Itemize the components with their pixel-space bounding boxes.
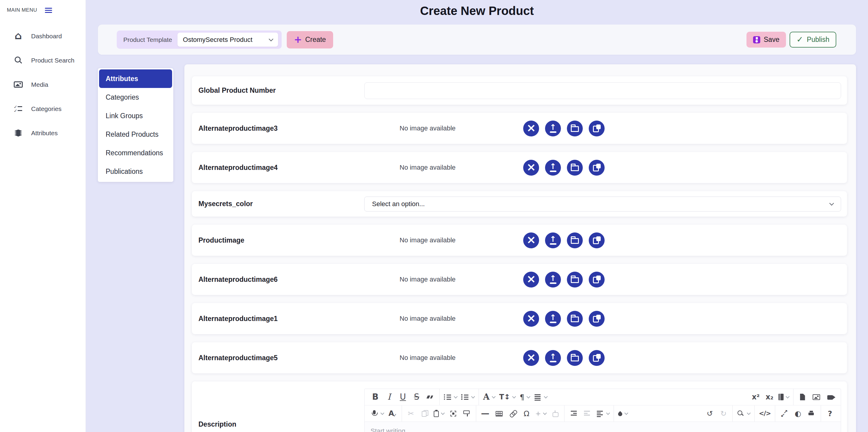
ordered-list-button[interactable] bbox=[461, 390, 474, 404]
upload-image-button[interactable] bbox=[545, 350, 561, 366]
insert-video-button[interactable] bbox=[825, 390, 835, 404]
upload-icon bbox=[550, 163, 556, 172]
horizontal-line-button[interactable]: — bbox=[480, 407, 490, 420]
toolbar-group: AT↕¶ bbox=[479, 389, 551, 405]
sidebar-item-attributes[interactable]: Attributes bbox=[0, 121, 86, 145]
insert-image-button[interactable] bbox=[811, 390, 821, 404]
image-action-buttons bbox=[523, 311, 604, 327]
underline-button[interactable]: U bbox=[398, 390, 408, 404]
save-button[interactable]: Save bbox=[746, 32, 786, 47]
clear-formatting-button[interactable] bbox=[426, 390, 435, 404]
upload-image-button[interactable] bbox=[545, 121, 561, 136]
editor-body[interactable]: Start writing... bbox=[365, 422, 841, 432]
browse-media-button[interactable] bbox=[567, 232, 583, 248]
remove-image-button[interactable] bbox=[523, 121, 539, 136]
italic-button[interactable]: I bbox=[384, 390, 394, 404]
tab-link-groups[interactable]: Link Groups bbox=[99, 106, 172, 125]
page-title: Create New Product bbox=[86, 0, 868, 18]
unordered-list-button[interactable] bbox=[444, 390, 457, 404]
publish-button[interactable]: Publish bbox=[789, 32, 836, 47]
font-size-button[interactable]: T↕ bbox=[499, 390, 516, 404]
remove-image-button[interactable] bbox=[523, 311, 539, 327]
sidebar-item-media[interactable]: Media bbox=[0, 72, 86, 97]
upload-image-button[interactable] bbox=[545, 311, 561, 327]
form-row-alternateproductimage3: Alternateproductimage3 No image availabl… bbox=[192, 113, 847, 144]
help-button[interactable]: ? bbox=[825, 407, 835, 420]
remove-image-button[interactable] bbox=[523, 350, 539, 366]
form-row-description: Description BIUSAT↕¶x²x₂ ✂—Ω↺↻</>◐? Star… bbox=[192, 381, 847, 432]
unordered-list-icon bbox=[444, 394, 452, 400]
dictate-icon bbox=[371, 410, 378, 417]
superscript-button[interactable]: x² bbox=[751, 390, 761, 404]
global-product-number-input[interactable] bbox=[364, 82, 841, 99]
tab-recommendations[interactable]: Recommendations bbox=[99, 143, 172, 162]
form-row-alternateproductimage1: Alternateproductimage1 No image availabl… bbox=[192, 303, 847, 334]
duplicate-image-button[interactable] bbox=[589, 311, 604, 327]
no-image-text: No image available bbox=[400, 164, 456, 171]
subscript-button[interactable]: x₂ bbox=[765, 390, 774, 404]
insert-file-button[interactable] bbox=[798, 390, 807, 404]
remove-image-button[interactable] bbox=[523, 232, 539, 248]
bold-button[interactable]: B bbox=[371, 390, 380, 404]
text-color-button[interactable] bbox=[618, 407, 628, 420]
remove-image-button[interactable] bbox=[523, 272, 539, 288]
font-family-button[interactable]: A bbox=[483, 390, 495, 404]
mysecrets-color-select[interactable]: Select an option... bbox=[364, 197, 841, 211]
alignment-button[interactable] bbox=[596, 407, 610, 420]
insert-table-button[interactable] bbox=[494, 407, 504, 420]
strikethrough-button[interactable]: S bbox=[412, 390, 422, 404]
special-characters-button[interactable]: Ω bbox=[522, 407, 531, 420]
toolbar-group: ✂ bbox=[402, 405, 476, 422]
browse-media-button[interactable] bbox=[567, 160, 583, 176]
copy-icon bbox=[593, 275, 601, 284]
preview-button[interactable]: ◐ bbox=[793, 407, 803, 420]
tab-publications[interactable]: Publications bbox=[99, 162, 172, 181]
close-icon bbox=[526, 313, 536, 324]
duplicate-image-button[interactable] bbox=[589, 350, 604, 366]
indent-button[interactable] bbox=[569, 407, 578, 420]
browse-media-button[interactable] bbox=[567, 311, 583, 327]
fullscreen-button[interactable] bbox=[779, 407, 789, 420]
tab-related-products[interactable]: Related Products bbox=[99, 125, 172, 143]
print-button[interactable] bbox=[807, 407, 816, 420]
insert-image-icon bbox=[813, 394, 820, 400]
upload-image-button[interactable] bbox=[545, 160, 561, 176]
insert-link-button[interactable] bbox=[508, 407, 518, 420]
code-view-button[interactable]: </> bbox=[759, 407, 771, 420]
duplicate-image-button[interactable] bbox=[589, 121, 604, 136]
tab-categories[interactable]: Categories bbox=[99, 88, 172, 106]
hamburger-menu-icon[interactable] bbox=[45, 8, 52, 13]
sidebar-item-categories[interactable]: Categories bbox=[0, 97, 86, 121]
image-action-buttons bbox=[523, 160, 604, 176]
duplicate-image-button[interactable] bbox=[589, 272, 604, 288]
sidebar-item-product-search[interactable]: Product Search bbox=[0, 48, 86, 72]
product-template-select[interactable]: OstomySecrets Product bbox=[178, 33, 278, 47]
tab-attributes[interactable]: Attributes bbox=[99, 69, 172, 88]
paste-icon bbox=[434, 411, 439, 417]
field-label: Alternateproductimage5 bbox=[192, 354, 364, 362]
dictate-button[interactable] bbox=[371, 407, 384, 420]
categories-icon bbox=[14, 104, 23, 113]
format-painter-button[interactable] bbox=[462, 407, 472, 420]
paragraph-format-button[interactable]: ¶ bbox=[520, 390, 530, 404]
editor-toolbar-row-2: ✂—Ω↺↻</>◐? bbox=[365, 405, 841, 422]
undo-button[interactable]: ↺ bbox=[705, 407, 714, 420]
browse-media-button[interactable] bbox=[567, 121, 583, 136]
remove-image-button[interactable] bbox=[523, 160, 539, 176]
sidebar-item-dashboard[interactable]: Dashboard bbox=[0, 24, 86, 48]
line-height-button[interactable] bbox=[534, 390, 547, 404]
select-all-button[interactable] bbox=[448, 407, 458, 420]
field-label: Productimage bbox=[192, 236, 364, 244]
styles-button[interactable] bbox=[778, 390, 789, 404]
upload-image-button[interactable] bbox=[545, 232, 561, 248]
upload-image-button[interactable] bbox=[545, 272, 561, 288]
browse-media-button[interactable] bbox=[567, 350, 583, 366]
browse-media-button[interactable] bbox=[567, 272, 583, 288]
duplicate-image-button[interactable] bbox=[589, 160, 604, 176]
paste-button[interactable] bbox=[434, 407, 444, 420]
cut-button: ✂ bbox=[406, 407, 416, 420]
create-button[interactable]: Create bbox=[287, 31, 333, 48]
duplicate-image-button[interactable] bbox=[589, 232, 604, 248]
spellcheck-button[interactable] bbox=[388, 407, 398, 420]
find-replace-button[interactable] bbox=[737, 407, 750, 420]
